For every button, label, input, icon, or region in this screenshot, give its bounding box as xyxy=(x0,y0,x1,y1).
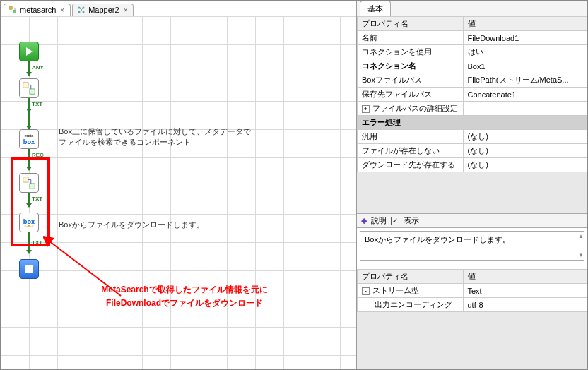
description-body[interactable]: Boxからファイルをダウンロードします。 ▲▼ xyxy=(360,231,584,261)
edge-label-any: ANY xyxy=(32,64,44,71)
svg-rect-0 xyxy=(10,7,13,10)
col-header-value[interactable]: 値 xyxy=(463,17,587,31)
canvas-grid xyxy=(1,16,356,369)
col-header-value[interactable]: 値 xyxy=(463,270,587,284)
tab-mapper2[interactable]: Mapper2 × xyxy=(72,4,134,16)
tab-label: Mapper2 xyxy=(88,6,119,14)
table-row[interactable]: 保存先ファイルパスConcatenate1 xyxy=(358,88,587,102)
flow-icon xyxy=(8,6,17,14)
collapse-icon[interactable]: - xyxy=(362,287,370,295)
metabox-node[interactable]: metabox xyxy=(19,129,39,149)
svg-rect-6 xyxy=(23,83,28,88)
mapper-icon xyxy=(77,6,86,14)
close-icon[interactable]: × xyxy=(122,6,129,14)
table-row[interactable]: 名前FileDownload1 xyxy=(358,31,587,45)
properties-blank xyxy=(357,312,587,369)
description-header: ◆ 説明 ✓ 表示 xyxy=(357,213,587,228)
book-icon: ◆ xyxy=(361,216,367,225)
col-header-name[interactable]: プロパティ名 xyxy=(358,17,464,31)
svg-rect-7 xyxy=(30,89,35,94)
metabox-node-icon: metabox xyxy=(21,131,37,147)
end-node[interactable] xyxy=(19,259,39,279)
start-node[interactable] xyxy=(19,42,39,61)
edge-label-txt: TXT xyxy=(32,101,42,107)
properties-blank xyxy=(357,172,587,213)
flow-edge xyxy=(28,98,30,112)
table-row[interactable]: BoxファイルパスFilePath(ストリーム/MetaS... xyxy=(358,73,587,88)
table-row[interactable]: コネクションを使用はい xyxy=(358,45,587,59)
chevron-down-icon: ▼ xyxy=(578,252,582,258)
annotation-highlight xyxy=(11,157,50,246)
svg-text:meta: meta xyxy=(25,133,35,138)
table-row[interactable]: ダウンロード先が存在する(なし) xyxy=(358,158,587,172)
table-row[interactable]: ファイルが存在しない(なし) xyxy=(358,144,587,158)
col-header-name[interactable]: プロパティ名 xyxy=(358,270,464,284)
flow-edge xyxy=(28,112,30,129)
tab-label: metasarch xyxy=(20,6,56,14)
editor-tabbar: metasarch × Mapper2 × xyxy=(1,1,356,16)
mapper-node-icon xyxy=(21,80,37,96)
properties-grid-lower: プロパティ名値 -ストリーム型Text 出力エンコーディングutf-8 xyxy=(357,269,587,312)
close-icon[interactable]: × xyxy=(59,6,66,14)
svg-rect-1 xyxy=(13,11,16,13)
properties-tab-basic[interactable]: 基本 xyxy=(360,1,391,16)
table-row[interactable]: 汎用(なし) xyxy=(358,130,587,144)
table-row[interactable]: 出力エンコーディングutf-8 xyxy=(358,298,587,312)
flow-edge xyxy=(28,61,30,76)
table-section: エラー処理 xyxy=(358,116,587,130)
canvas-comment: Boxからファイルをダウンロードします。 xyxy=(59,220,204,230)
table-row[interactable]: +ファイルパスの詳細設定 xyxy=(358,102,587,116)
expand-icon[interactable]: + xyxy=(362,105,370,113)
properties-tabbar: 基本 xyxy=(357,1,587,16)
annotation-text: MetaSearchで取得したファイル情報を元に FileDownloadでファ… xyxy=(78,283,290,310)
show-description-label: 表示 xyxy=(404,215,419,226)
scrollbar[interactable]: ▲▼ xyxy=(578,233,582,258)
canvas-comment: Box上に保管しているファイルに対して、メタデータで ファイルを検索できるコンポ… xyxy=(59,126,251,148)
description-label: 説明 xyxy=(371,215,387,226)
show-description-checkbox[interactable]: ✓ xyxy=(391,217,399,225)
tab-metasarch[interactable]: metasarch × xyxy=(4,4,71,16)
svg-text:box: box xyxy=(23,138,35,145)
table-row[interactable]: コネクション名Box1 xyxy=(358,59,587,73)
table-row[interactable]: -ストリーム型Text xyxy=(358,284,587,298)
properties-grid-upper: プロパティ名値 名前FileDownload1 コネクションを使用はい コネクシ… xyxy=(357,16,587,172)
mapper-node[interactable] xyxy=(19,78,39,98)
chevron-up-icon: ▲ xyxy=(578,233,582,239)
flow-canvas[interactable]: ANY TXT metabox REC TXT box TXT xyxy=(1,16,356,369)
